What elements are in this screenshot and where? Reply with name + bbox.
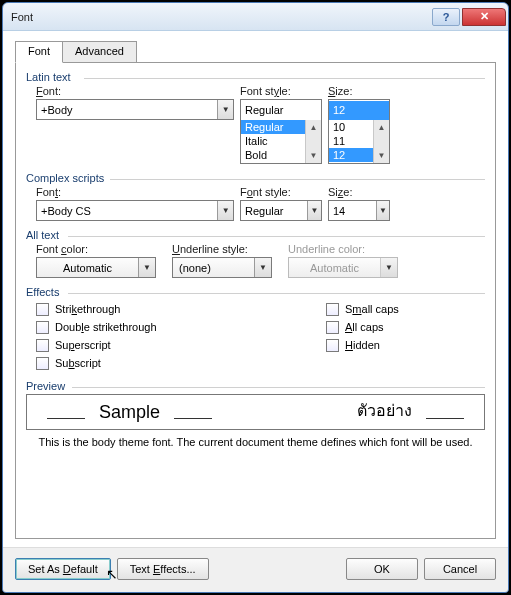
font-style-input[interactable] (241, 101, 321, 120)
tab-advanced[interactable]: Advanced (63, 41, 137, 63)
preview-sample-complex: ตัวอย่าง (353, 398, 416, 423)
group-label-complex: Complex scripts (26, 172, 485, 184)
superscript-checkbox[interactable]: Superscript (36, 336, 326, 354)
strikethrough-checkbox[interactable]: Strikethrough (36, 300, 326, 318)
chevron-down-icon[interactable] (254, 258, 271, 277)
underline-color-label: Underline color: (288, 243, 398, 255)
preview-underline (47, 418, 85, 419)
font-dialog: Font ? ✕ Font Advanced Latin text Font: (2, 2, 509, 593)
cs-size-combo[interactable] (328, 200, 390, 221)
cs-size-label: Size: (328, 186, 390, 198)
text-effects-button[interactable]: Text Effects... (117, 558, 209, 580)
chevron-down-icon[interactable] (217, 100, 233, 119)
hidden-checkbox[interactable]: Hidden (326, 336, 399, 354)
tab-font[interactable]: Font (15, 41, 63, 63)
size-list[interactable]: 10 11 12 ▲▼ (328, 120, 390, 164)
double-strikethrough-checkbox[interactable]: Double strikethrough (36, 318, 326, 336)
cs-style-label: Font style: (240, 186, 322, 198)
group-label-alltext: All text (26, 229, 485, 241)
size-combo[interactable] (328, 99, 390, 120)
cs-font-label: Font: (36, 186, 234, 198)
effects-group: Effects Strikethrough Double strikethrou… (26, 286, 485, 372)
size-label: Size: (328, 85, 390, 97)
tab-strip: Font Advanced (15, 41, 496, 63)
preview-underline (174, 418, 212, 419)
complex-scripts-group: Complex scripts Font: Font style: (26, 172, 485, 221)
cs-style-combo[interactable] (240, 200, 322, 221)
all-caps-checkbox[interactable]: All caps (326, 318, 399, 336)
scrollbar[interactable]: ▲▼ (373, 120, 389, 163)
size-input[interactable] (329, 101, 389, 120)
set-as-default-button[interactable]: Set As Default (15, 558, 111, 580)
cs-font-combo[interactable] (36, 200, 234, 221)
chevron-down-icon (380, 258, 397, 277)
chevron-down-icon[interactable] (307, 201, 321, 220)
underline-color-dropdown: Automatic (288, 257, 398, 278)
scrollbar[interactable]: ▲▼ (305, 120, 321, 163)
close-button[interactable]: ✕ (462, 8, 506, 26)
preview-description: This is the body theme font. The current… (26, 436, 485, 448)
preview-underline (426, 418, 464, 419)
font-color-dropdown[interactable]: Automatic (36, 257, 156, 278)
font-label: Font: (36, 85, 234, 97)
ok-button[interactable]: OK (346, 558, 418, 580)
cs-font-input[interactable] (37, 201, 217, 220)
font-input[interactable] (37, 100, 217, 119)
font-style-list[interactable]: Regular Italic Bold ▲▼ (240, 120, 322, 164)
latin-text-group: Latin text Font: Font style: (26, 71, 485, 164)
client-area: Font Advanced Latin text Font: Font s (3, 31, 508, 547)
font-style-combo[interactable] (240, 99, 322, 120)
cs-style-input[interactable] (241, 201, 307, 220)
chevron-down-icon[interactable] (376, 201, 389, 220)
group-label-preview: Preview (26, 380, 485, 392)
group-label-effects: Effects (26, 286, 485, 298)
titlebar[interactable]: Font ? ✕ (3, 3, 508, 31)
preview-sample-latin: Sample (95, 402, 164, 423)
font-color-label: Font color: (36, 243, 156, 255)
window-title: Font (11, 11, 430, 23)
underline-style-label: Underline style: (172, 243, 272, 255)
group-label-latin: Latin text (26, 71, 485, 83)
cancel-button[interactable]: Cancel (424, 558, 496, 580)
font-combo[interactable] (36, 99, 234, 120)
dialog-footer: Set As Default Text Effects... OK Cancel… (3, 547, 508, 592)
small-caps-checkbox[interactable]: Small caps (326, 300, 399, 318)
tab-page-font: Latin text Font: Font style: (15, 62, 496, 539)
chevron-down-icon[interactable] (217, 201, 233, 220)
preview-group: Preview Sample ตัวอย่าง This is the body… (26, 380, 485, 448)
subscript-checkbox[interactable]: Subscript (36, 354, 326, 372)
chevron-down-icon[interactable] (138, 258, 155, 277)
cs-size-input[interactable] (329, 201, 376, 220)
underline-style-dropdown[interactable]: (none) (172, 257, 272, 278)
help-button[interactable]: ? (432, 8, 460, 26)
font-style-label: Font style: (240, 85, 322, 97)
all-text-group: All text Font color: Automatic Underline… (26, 229, 485, 278)
preview-box: Sample ตัวอย่าง (26, 394, 485, 430)
